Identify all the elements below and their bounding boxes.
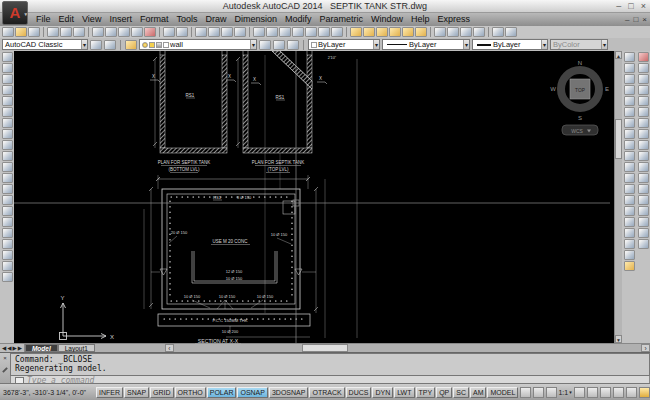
menu-dimension[interactable]: Dimension <box>230 13 281 26</box>
cut-icon[interactable] <box>92 27 104 37</box>
menu-draw[interactable]: Draw <box>201 13 230 26</box>
menu-window[interactable]: Window <box>367 13 407 26</box>
toggle-lwt[interactable]: LWT <box>394 387 414 398</box>
drawing-canvas[interactable]: X X X X RS1 RS1 PLAN FOR SEPTIK TANK (BO <box>14 51 614 343</box>
quickcalc-icon[interactable] <box>318 27 330 37</box>
dimension-style-icon[interactable] <box>2 272 13 282</box>
quick-view-drawings-icon[interactable] <box>533 387 544 398</box>
dimension-update-icon[interactable] <box>2 261 13 271</box>
ellipse-icon[interactable] <box>624 151 635 161</box>
make-block-icon[interactable] <box>624 184 635 194</box>
layer-isolate-icon[interactable] <box>389 27 401 37</box>
viewcube-west-label[interactable]: W <box>550 86 556 92</box>
color-dropdown[interactable]: ByLayer ▾ <box>308 39 380 50</box>
menu-edit[interactable]: Edit <box>55 13 79 26</box>
wcs-label[interactable]: WCS <box>571 128 583 134</box>
circle-icon[interactable] <box>624 118 635 128</box>
spline-icon[interactable] <box>624 140 635 150</box>
rectangle-icon[interactable] <box>624 96 635 106</box>
toggle-dyn[interactable]: DYN <box>372 387 393 398</box>
zoom-realtime-icon[interactable] <box>208 27 220 37</box>
tool-palettes-icon[interactable] <box>279 27 291 37</box>
break-at-point-icon[interactable] <box>638 173 649 183</box>
offset-icon[interactable] <box>638 85 649 95</box>
array-icon[interactable] <box>638 96 649 106</box>
insert-block-icon[interactable] <box>624 173 635 183</box>
quick-dimension-icon[interactable] <box>2 140 13 150</box>
prev-tab-icon[interactable]: ◀ <box>7 345 11 351</box>
toggle-3dosnap[interactable]: 3DOSNAP <box>269 387 308 398</box>
ellipse-arc-icon[interactable] <box>624 162 635 172</box>
linear-dimension-icon[interactable] <box>2 52 13 62</box>
table-icon[interactable] <box>624 239 635 249</box>
angular-dimension-icon[interactable] <box>2 129 13 139</box>
baseline-dimension-icon[interactable] <box>2 151 13 161</box>
toggle-sc[interactable]: SC <box>453 387 469 398</box>
tolerance-icon[interactable] <box>2 195 13 205</box>
next-tab-icon[interactable]: ▶ <box>12 345 16 351</box>
minimize-button[interactable]: – <box>616 0 621 13</box>
dimension-text-edit-icon[interactable] <box>2 250 13 260</box>
layer-states-icon[interactable] <box>287 40 299 50</box>
tab-model[interactable]: Model <box>25 344 58 352</box>
layer-unisolate-icon[interactable] <box>402 27 414 37</box>
toggle-am[interactable]: AM <box>470 387 487 398</box>
annotation-visibility-icon[interactable] <box>574 387 585 398</box>
workspace-switching-icon[interactable] <box>639 387 650 398</box>
model-space-button[interactable]: MODEL <box>487 387 518 398</box>
erase-icon[interactable] <box>638 52 649 62</box>
redo-icon[interactable] <box>176 27 188 37</box>
tab-layout1[interactable]: Layout1 <box>58 344 95 352</box>
toggle-ducs[interactable]: DUCS <box>346 387 372 398</box>
explode-icon[interactable] <box>638 239 649 249</box>
autoscale-icon[interactable] <box>587 387 598 398</box>
chamfer-icon[interactable] <box>638 206 649 216</box>
layer-walk-icon[interactable] <box>473 27 485 37</box>
menu-express[interactable]: Express <box>434 13 475 26</box>
my-workspace-icon[interactable] <box>104 40 116 50</box>
aligned-dimension-icon[interactable] <box>2 63 13 73</box>
copy-clip-icon[interactable] <box>105 27 117 37</box>
arc-length-dimension-icon[interactable] <box>2 74 13 84</box>
pan-icon[interactable] <box>195 27 207 37</box>
scroll-up-icon[interactable]: ▲ <box>615 51 622 59</box>
center-mark-icon[interactable] <box>2 206 13 216</box>
paste-icon[interactable] <box>118 27 130 37</box>
menu-insert[interactable]: Insert <box>105 13 136 26</box>
menu-view[interactable]: View <box>78 13 105 26</box>
toggle-otrack[interactable]: OTRACK <box>309 387 344 398</box>
text-style-icon[interactable] <box>492 27 504 37</box>
dimension-break-icon[interactable] <box>2 184 13 194</box>
mdi-restore-button[interactable]: □ <box>633 13 638 26</box>
jogged-dimension-icon[interactable] <box>2 107 13 117</box>
toggle-polar[interactable]: POLAR <box>207 387 237 398</box>
move-icon[interactable] <box>638 107 649 117</box>
layer-properties-icon[interactable] <box>350 27 362 37</box>
menu-help[interactable]: Help <box>407 13 434 26</box>
mirror-icon[interactable] <box>638 74 649 84</box>
polyline-icon[interactable] <box>624 74 635 84</box>
point-icon[interactable] <box>624 195 635 205</box>
toggle-ortho[interactable]: ORTHO <box>175 387 206 398</box>
scroll-right-icon[interactable]: › <box>641 344 650 352</box>
zoom-previous-icon[interactable] <box>234 27 246 37</box>
hatch-icon[interactable] <box>624 206 635 216</box>
layer-match-icon[interactable] <box>363 27 375 37</box>
first-tab-icon[interactable]: ◀ <box>2 345 6 351</box>
annotation-scale-value[interactable]: 1:1 <box>558 389 568 396</box>
maximize-button[interactable]: □ <box>628 0 633 13</box>
quick-view-layouts-icon[interactable] <box>520 387 531 398</box>
menu-modify[interactable]: Modify <box>281 13 316 26</box>
workspace-settings-icon[interactable] <box>90 40 102 50</box>
dimension-edit-icon[interactable] <box>2 239 13 249</box>
designcenter-icon[interactable] <box>266 27 278 37</box>
add-selected-icon[interactable] <box>624 261 635 271</box>
line-icon[interactable] <box>624 52 635 62</box>
plot-preview-icon[interactable] <box>60 27 72 37</box>
extend-icon[interactable] <box>638 162 649 172</box>
last-tab-icon[interactable]: ▶ <box>18 345 22 351</box>
scroll-left-icon[interactable]: ‹ <box>165 344 174 352</box>
undo-icon[interactable] <box>163 27 175 37</box>
viewcube-south-label[interactable]: S <box>578 115 582 121</box>
menu-tools[interactable]: Tools <box>172 13 201 26</box>
